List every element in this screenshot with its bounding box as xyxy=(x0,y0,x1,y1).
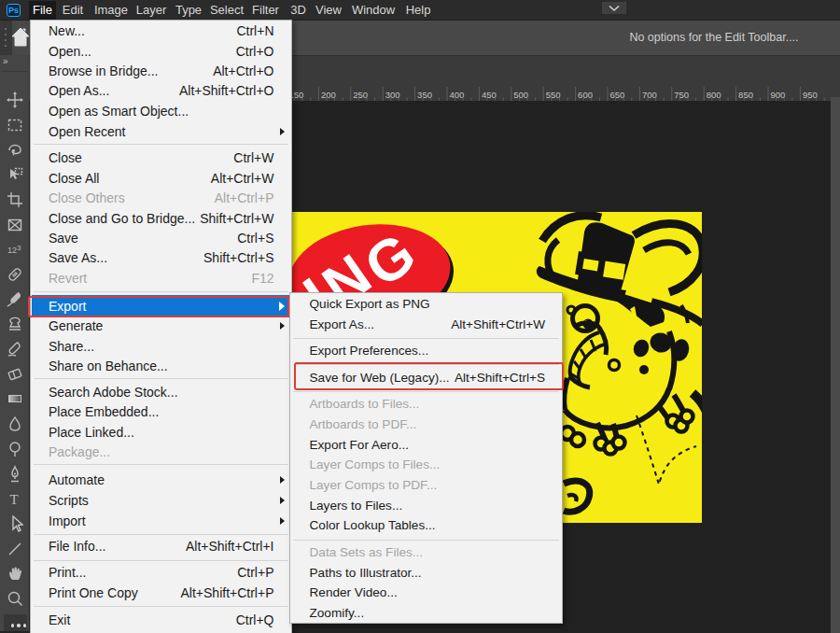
svg-text:350: 350 xyxy=(417,90,432,100)
svg-text:250: 250 xyxy=(353,90,368,100)
svg-text:600: 600 xyxy=(578,90,593,100)
svg-text:700: 700 xyxy=(642,90,657,100)
svg-text:300: 300 xyxy=(385,90,400,100)
svg-text:900: 900 xyxy=(771,90,786,100)
svg-text:500: 500 xyxy=(513,90,528,100)
svg-text:12: 12 xyxy=(7,246,17,255)
svg-text:T: T xyxy=(10,492,19,507)
svg-text:400: 400 xyxy=(450,90,465,100)
svg-text:950: 950 xyxy=(803,90,818,100)
svg-text:550: 550 xyxy=(546,90,561,100)
svg-text:850: 850 xyxy=(738,90,753,100)
svg-text:750: 750 xyxy=(674,90,689,100)
svg-text:450: 450 xyxy=(482,90,497,100)
svg-text:200: 200 xyxy=(321,90,336,100)
svg-text:3: 3 xyxy=(17,244,21,252)
svg-text:800: 800 xyxy=(707,90,721,100)
svg-text:650: 650 xyxy=(610,90,625,100)
